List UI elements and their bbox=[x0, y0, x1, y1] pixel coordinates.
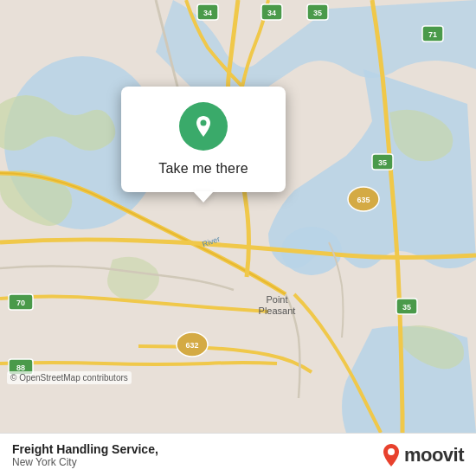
moovit-logo-text: moovit bbox=[404, 444, 464, 466]
svg-text:35: 35 bbox=[313, 9, 322, 17]
place-name: Freight Handling Service, bbox=[12, 442, 158, 456]
svg-text:Point: Point bbox=[266, 294, 287, 305]
svg-text:632: 632 bbox=[185, 341, 198, 350]
osm-credit: © OpenStreetMap contributors bbox=[7, 371, 132, 384]
svg-text:34: 34 bbox=[203, 9, 212, 17]
svg-point-26 bbox=[201, 120, 207, 126]
svg-text:35: 35 bbox=[378, 158, 387, 167]
moovit-pin-icon bbox=[382, 443, 401, 467]
popup-card: Take me there bbox=[121, 87, 286, 192]
svg-point-27 bbox=[388, 448, 395, 455]
place-city: New York City bbox=[12, 456, 158, 468]
bottom-info: Freight Handling Service, New York City bbox=[12, 442, 158, 468]
popup-icon-circle bbox=[179, 102, 228, 151]
svg-text:34: 34 bbox=[267, 9, 276, 17]
moovit-logo: moovit bbox=[382, 443, 464, 467]
svg-text:635: 635 bbox=[357, 196, 370, 204]
bottom-bar: Freight Handling Service, New York City … bbox=[0, 433, 476, 476]
take-me-there-button[interactable]: Take me there bbox=[158, 159, 248, 178]
svg-text:Pleasant: Pleasant bbox=[259, 306, 296, 316]
map-container: 34 34 35 71 35 635 35 70 88 632 Point Pl… bbox=[0, 0, 476, 433]
svg-text:70: 70 bbox=[16, 299, 25, 307]
location-pin-icon bbox=[191, 114, 215, 138]
svg-text:71: 71 bbox=[428, 30, 437, 39]
svg-text:35: 35 bbox=[402, 303, 411, 312]
